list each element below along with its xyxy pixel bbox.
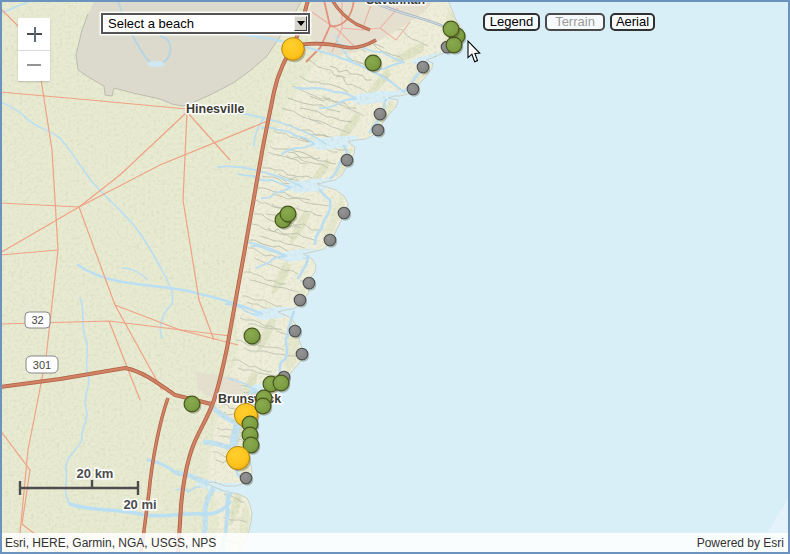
svg-text:20 mi: 20 mi [123, 497, 156, 512]
svg-text:Savannah: Savannah [366, 0, 425, 7]
svg-text:Hinesville: Hinesville [186, 102, 244, 116]
svg-text:32: 32 [31, 314, 43, 326]
svg-text:301: 301 [33, 359, 51, 371]
svg-text:20 km: 20 km [77, 466, 114, 481]
